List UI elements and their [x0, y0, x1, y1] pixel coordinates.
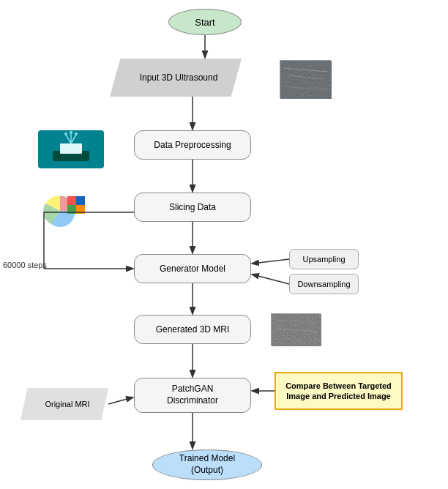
generated-mri-label: Generated 3D MRI: [156, 324, 230, 335]
generator-model-label: Generator Model: [160, 264, 225, 274]
slicing-data-node: Slicing Data: [134, 193, 251, 222]
patchgan-label: PatchGAN Discriminator: [167, 384, 218, 406]
svg-rect-2: [280, 61, 332, 99]
slicing-data-label: Slicing Data: [169, 202, 216, 212]
preprocessing-icon: [38, 130, 104, 168]
output-label: Trained Model (Output): [179, 453, 235, 476]
svg-rect-19: [76, 205, 85, 214]
generated-mri-node: Generated 3D MRI: [134, 315, 251, 344]
input-ultrasound-label: Input 3D Ultrasound: [140, 72, 218, 83]
data-preprocessing-node: Data Preprocessing: [134, 130, 251, 160]
downsampling-node: Downsampling: [289, 274, 359, 294]
downsampling-label: Downsampling: [297, 280, 350, 288]
svg-line-31: [253, 259, 289, 264]
output-node: Trained Model (Output): [152, 449, 262, 480]
svg-rect-16: [67, 196, 76, 205]
svg-line-35: [108, 397, 132, 404]
svg-rect-8: [60, 143, 82, 154]
input-ultrasound-node: Input 3D Ultrasound: [110, 59, 242, 97]
upsampling-node: Upsampling: [289, 249, 359, 269]
compare-label: Compare Between Targeted Image and Predi…: [279, 381, 398, 402]
slicing-icon: [38, 189, 97, 227]
compare-box: Compare Between Targeted Image and Predi…: [275, 372, 403, 410]
data-preprocessing-label: Data Preprocessing: [154, 140, 231, 150]
patchgan-node: PatchGAN Discriminator: [134, 378, 251, 413]
original-mri-node: Original MRI: [20, 388, 108, 420]
mri-thumbnail: [271, 313, 321, 346]
upsampling-label: Upsampling: [302, 255, 345, 264]
diagram-container: Start Input 3D Ultrasound: [0, 0, 448, 489]
start-label: Start: [195, 17, 214, 28]
svg-rect-17: [76, 196, 85, 205]
ultrasound-thumbnail: [280, 60, 331, 98]
svg-rect-18: [67, 205, 76, 214]
steps-label: 60000 steps: [3, 261, 47, 269]
start-node: Start: [168, 9, 242, 35]
svg-point-13: [70, 131, 72, 134]
original-mri-label: Original MRI: [45, 400, 89, 408]
generator-model-node: Generator Model: [134, 254, 251, 283]
svg-point-12: [64, 132, 67, 135]
svg-point-14: [75, 132, 78, 135]
svg-line-32: [253, 275, 289, 284]
